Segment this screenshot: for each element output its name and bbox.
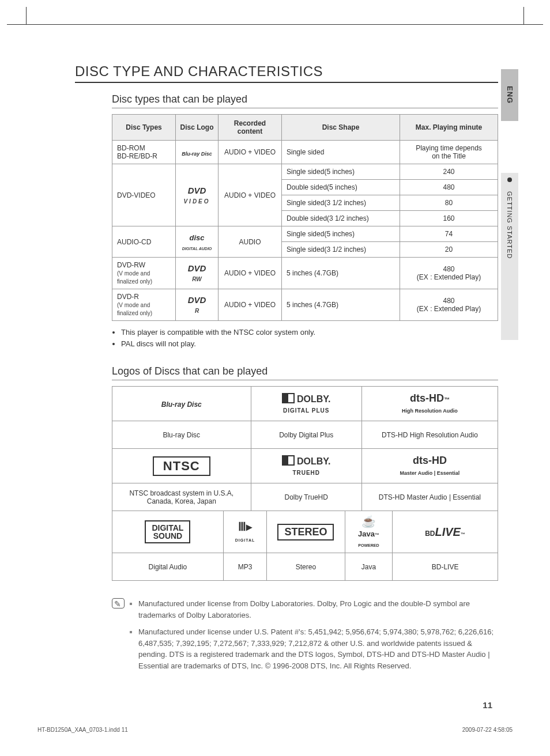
- cell-disc-type: DVD-VIDEO: [112, 164, 176, 226]
- cell-max: 160: [400, 211, 498, 226]
- cell-shape: Single sided: [282, 141, 400, 164]
- cell-max: 480 (EX : Extended Play): [400, 289, 498, 321]
- logo-label: DTS-HD Master Audio | Essential: [361, 483, 498, 511]
- bd-live-logo-icon: BDLIVE™: [393, 511, 498, 553]
- table-row: DVD-VIDEO DVDVIDEO AUDIO + VIDEO Single …: [112, 164, 498, 180]
- side-tab-section-label: GETTING STARTED: [506, 191, 513, 259]
- mp3-logo-icon: Ⅲ▸ DIGITAL: [223, 511, 266, 553]
- th-disc-shape: Disc Shape: [282, 115, 400, 141]
- cell-shape: Double sided(5 inches): [282, 180, 400, 195]
- dvd-rw-logo-icon: DVDRW: [176, 258, 219, 289]
- table-row: NTSC DOLBY. TRUEHD dts-HD Master Audio |…: [112, 449, 498, 483]
- logo-label: Dolby TrueHD: [251, 483, 361, 511]
- dvd-video-logo-icon: DVDVIDEO: [176, 164, 219, 226]
- cell-content: AUDIO + VIDEO: [219, 258, 282, 289]
- bullet-icon: [507, 177, 512, 182]
- section-title: DISC TYPE AND CHARACTERISTICS: [75, 63, 498, 83]
- dts-hd-ma-logo-icon: dts-HD Master Audio | Essential: [361, 449, 498, 483]
- table-row: Blu-ray Disc Dolby Digital Plus DTS-HD H…: [112, 421, 498, 449]
- cell-content: AUDIO: [219, 226, 282, 258]
- th-disc-types: Disc Types: [112, 115, 176, 141]
- dolby-digital-plus-logo-icon: DOLBY. DIGITAL PLUS: [251, 387, 361, 421]
- cell-disc-type: DVD-RW (V mode and finalized only): [112, 258, 176, 289]
- footer-timestamp: 2009-07-22 4:58:05: [462, 727, 513, 733]
- cell-shape: Double sided(3 1/2 inches): [282, 211, 400, 226]
- digital-sound-logo-icon: DIGITAL SOUND: [112, 511, 224, 553]
- bluray-logo-icon: Blu-ray Disc: [112, 387, 251, 421]
- logo-label: DTS-HD High Resolution Audio: [361, 421, 498, 449]
- logo-label: Blu-ray Disc: [112, 421, 251, 449]
- footnote-item: Manufactured under license under U.S. Pa…: [138, 626, 498, 671]
- note-icon: [112, 598, 128, 677]
- cell-content: AUDIO + VIDEO: [219, 164, 282, 226]
- cell-shape: 5 inches (4.7GB): [282, 289, 400, 321]
- th-disc-logo: Disc Logo: [176, 115, 219, 141]
- logo-label: BD-LIVE: [393, 553, 498, 581]
- dts-hd-hra-logo-icon: dts-HD™ High Resolution Audio: [361, 387, 498, 421]
- cell-shape: Single sided(5 inches): [282, 164, 400, 180]
- cell-content: AUDIO + VIDEO: [219, 141, 282, 164]
- cell-disc-type: BD-ROM BD-RE/BD-R: [112, 141, 176, 164]
- stereo-logo-icon: STEREO: [267, 511, 345, 553]
- logo-label: Stereo: [267, 553, 345, 581]
- sub-title-2: Logos of Discs that can be played: [112, 365, 498, 380]
- cell-shape: 5 inches (4.7GB): [282, 258, 400, 289]
- logo-label: MP3: [223, 553, 266, 581]
- table-row: NTSC broadcast system in U.S.A, Canada, …: [112, 483, 498, 511]
- bluray-logo-icon: Blu-ray Disc: [176, 141, 219, 164]
- cell-max: 80: [400, 195, 498, 211]
- table-row: Digital Audio MP3 Stereo Java BD-LIVE: [112, 553, 498, 581]
- cell-shape: Single sided(3 1/2 inches): [282, 195, 400, 211]
- java-logo-icon: ☕ Java™ POWERED: [345, 511, 392, 553]
- crop-mark: [26, 7, 36, 24]
- logo-label: Digital Audio: [112, 553, 224, 581]
- disc-table-wrapper: Disc Types Disc Logo Recorded content Di…: [112, 114, 498, 321]
- dvd-r-logo-icon: DVDR: [176, 289, 219, 321]
- bullet-item: PAL discs will not play.: [121, 338, 498, 350]
- logo-label: Dolby Digital Plus: [251, 421, 361, 449]
- cell-max: 20: [400, 242, 498, 258]
- notes-bullets: This player is compatible with the NTSC …: [121, 327, 498, 349]
- cell-max: 480 (EX : Extended Play): [400, 258, 498, 289]
- logos-table: Blu-ray Disc DOLBY. DIGITAL PLUS dts-HD™…: [112, 386, 498, 581]
- logo-label: NTSC broadcast system in U.S.A, Canada, …: [112, 483, 251, 511]
- cell-max: 74: [400, 226, 498, 242]
- footnote-list: Manufactured under license from Dolby La…: [138, 598, 498, 677]
- th-recorded-content: Recorded content: [219, 115, 282, 141]
- ntsc-logo-icon: NTSC: [112, 449, 251, 483]
- page-number: 11: [483, 700, 492, 710]
- table-row: Blu-ray Disc DOLBY. DIGITAL PLUS dts-HD™…: [112, 387, 498, 421]
- table-row: DVD-R (V mode and finalized only) DVDR A…: [112, 289, 498, 321]
- cell-max: 240: [400, 164, 498, 180]
- footnote-item: Manufactured under license from Dolby La…: [138, 598, 498, 621]
- cell-shape: Single sided(5 inches): [282, 226, 400, 242]
- side-tab-language: ENG: [501, 69, 518, 121]
- table-row: AUDIO-CD discDIGITAL AUDIO AUDIO Single …: [112, 226, 498, 242]
- side-tab-section: GETTING STARTED: [501, 173, 518, 340]
- footnotes: Manufactured under license from Dolby La…: [112, 598, 498, 677]
- page: ENG GETTING STARTED DISC TYPE AND CHARAC…: [0, 0, 550, 756]
- crop-mark: [514, 7, 524, 24]
- side-tab-language-label: ENG: [506, 86, 514, 104]
- table-header-row: Disc Types Disc Logo Recorded content Di…: [112, 115, 498, 141]
- cell-disc-type: AUDIO-CD: [112, 226, 176, 258]
- table-row: DVD-RW (V mode and finalized only) DVDRW…: [112, 258, 498, 289]
- cell-max: 480: [400, 180, 498, 195]
- cell-max: Playing time depends on the Title: [400, 141, 498, 164]
- sub-title-1: Disc types that can be played: [112, 93, 498, 108]
- logo-label: Java: [345, 553, 392, 581]
- logo-grid-wrapper: Blu-ray Disc DOLBY. DIGITAL PLUS dts-HD™…: [112, 386, 498, 581]
- cell-disc-type: DVD-R (V mode and finalized only): [112, 289, 176, 321]
- th-max-playing: Max. Playing minute: [400, 115, 498, 141]
- table-row: BD-ROM BD-RE/BD-R Blu-ray Disc AUDIO + V…: [112, 141, 498, 164]
- cell-shape: Single sided(3 1/2 inches): [282, 242, 400, 258]
- footer-filename: HT-BD1250A_XAA_0703-1.indd 11: [37, 727, 128, 733]
- table-row: DIGITAL SOUND Ⅲ▸ DIGITAL STEREO ☕ Java™ …: [112, 511, 498, 553]
- dolby-truehd-logo-icon: DOLBY. TRUEHD: [251, 449, 361, 483]
- compact-disc-logo-icon: discDIGITAL AUDIO: [176, 226, 219, 258]
- disc-types-table: Disc Types Disc Logo Recorded content Di…: [112, 114, 498, 321]
- crop-mark: [7, 24, 543, 25]
- cell-content: AUDIO + VIDEO: [219, 289, 282, 321]
- bullet-item: This player is compatible with the NTSC …: [121, 327, 498, 338]
